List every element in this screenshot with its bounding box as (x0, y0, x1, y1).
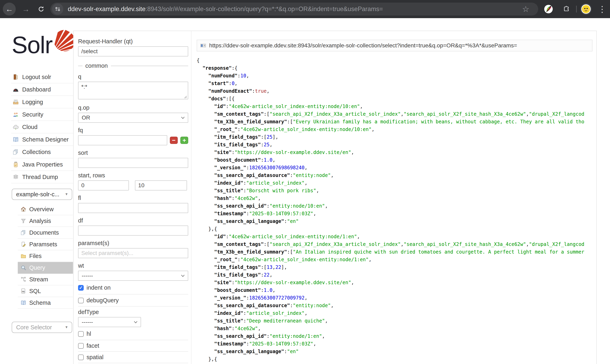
solr-admin-page: ← → ddev-solr-example.ddev.site:8943/sol… (0, 0, 610, 364)
json-line: },{ (197, 225, 591, 233)
sidebar-item-schema-designer[interactable]: Schema Designer (11, 133, 73, 146)
browser-menu-icon[interactable]: ⋮ (597, 3, 607, 15)
documents-icon (21, 230, 26, 235)
json-line: "itm_field_tags":[13,22], (197, 263, 591, 271)
json-line: "_version_":1826563007698698240, (197, 164, 591, 171)
qop-label: q.op (78, 104, 188, 111)
json-line: "its_field_tags":25, (197, 141, 591, 149)
tray-icon (13, 99, 19, 105)
qop-select[interactable]: OR (78, 113, 188, 123)
core-selector[interactable]: Core Selector ▼ (12, 322, 72, 333)
menu-item-label: Cloud (22, 124, 38, 130)
extensions-puzzle-icon[interactable] (560, 3, 572, 15)
collection-item-query[interactable]: Query (18, 262, 73, 274)
column-divider (191, 31, 191, 364)
chevron-down-icon: ▼ (65, 325, 68, 329)
json-line: "itm_field_tags":[25], (197, 133, 591, 141)
collection-item-schema[interactable]: Schema (18, 297, 73, 309)
json-line: "hash":"4ce62w", (197, 195, 591, 202)
main-menu: Logout solrDashboardLoggingSecurityCloud… (11, 71, 73, 183)
resize-handle-icon[interactable] (184, 95, 187, 99)
sidebar-item-thread-dump[interactable]: Thread Dump (11, 171, 73, 183)
collection-item-files[interactable]: Files (18, 250, 73, 262)
site-settings-icon[interactable] (52, 3, 63, 15)
sidebar-item-java-properties[interactable]: Java Properties (11, 158, 73, 171)
json-line: "id":"4ce62w-article_solr_index-entity:n… (197, 103, 591, 110)
fq-input[interactable] (78, 135, 167, 145)
deftype-select[interactable]: ------ (78, 317, 141, 327)
browser-forward-icon[interactable]: → (19, 3, 32, 15)
fl-input[interactable] (78, 203, 188, 213)
facet-label: facet (87, 342, 99, 349)
spatial-checkbox[interactable] (78, 354, 84, 360)
json-line: "ss_search_api_id":"entity:node/1:en", (197, 332, 591, 340)
facet-checkbox[interactable] (78, 343, 84, 349)
json-response: { "response":{ "numFound":10, "start":0,… (197, 57, 591, 363)
df-input[interactable] (78, 225, 188, 236)
menu-item-label: Documents (29, 229, 59, 236)
solr-logo[interactable]: Solr (12, 30, 76, 60)
json-line: "ss_search_api_language":"en" (197, 348, 591, 355)
sidebar-item-logout-solr[interactable]: Logout solr (11, 71, 73, 83)
query-results: https://ddev-solr-example.ddev.site:8943… (197, 40, 593, 363)
rows-input[interactable] (135, 180, 187, 191)
sort-input[interactable] (78, 158, 188, 168)
collection-item-documents[interactable]: Documents (18, 227, 73, 239)
json-line: "boost_document":1.0, (197, 286, 591, 294)
bookmark-star-icon[interactable]: ☆ (522, 3, 529, 15)
json-line: "tm_X3b_en_field_summary":["Every Ukrain… (197, 118, 591, 126)
request-url-bar[interactable]: https://ddev-solr-example.ddev.site:8943… (197, 40, 593, 52)
wt-select[interactable]: ------ (78, 271, 188, 281)
stack-pages-icon (13, 149, 19, 155)
sidebar-item-security[interactable]: Security (11, 108, 73, 121)
collection-item-sql[interactable]: SQLSQL (18, 286, 73, 297)
add-fq-button[interactable]: + (180, 137, 188, 144)
funnel-icon (21, 218, 26, 224)
browser-reload-icon[interactable] (35, 3, 48, 15)
toolbar-separator (576, 6, 577, 13)
paramsets-input[interactable] (78, 248, 188, 258)
start-input[interactable] (78, 180, 129, 191)
json-line: "ss_search_api_language":"en" (197, 218, 591, 225)
request-url-text: https://ddev-solr-example.ddev.site:8943… (209, 42, 517, 49)
sort-label: sort (78, 150, 188, 156)
indent-checkbox[interactable]: ✓ (78, 285, 84, 291)
collection-item-overview[interactable]: Overview (18, 204, 73, 215)
collection-item-stream[interactable]: Stream (18, 274, 73, 286)
browser-back-icon[interactable]: ← (3, 3, 16, 15)
wt-label: wt (78, 263, 188, 269)
json-line: "_root_":"4ce62w-article_solr_index-enti… (197, 256, 591, 263)
sidebar-item-cloud[interactable]: Cloud (11, 121, 73, 133)
sidebar-item-collections[interactable]: Collections (11, 146, 73, 158)
menu-item-label: Stream (29, 276, 48, 283)
json-line: "index_id":"article_solr_index", (197, 179, 591, 187)
url-text[interactable]: ddev-solr-example.ddev.site:8943/solr/#/… (68, 5, 383, 13)
chevron-down-icon (181, 117, 185, 119)
collection-selector-value: example-solr-c... (16, 191, 59, 198)
collection-item-analysis[interactable]: Analysis (18, 215, 73, 227)
json-line: "timestamp":"2025-03-14T09:57:03Z", (197, 340, 591, 348)
json-line: "numFoundExact":true, (197, 87, 591, 95)
collection-menu: OverviewAnalysisDocumentsParamsetsFilesQ… (18, 204, 73, 309)
magnifier-icon (21, 265, 26, 271)
debugquery-checkbox[interactable] (78, 298, 84, 303)
collection-selector[interactable]: example-solr-c... ▼ (12, 189, 72, 200)
remove-fq-button[interactable]: − (170, 137, 178, 144)
request-handler-input[interactable] (78, 46, 188, 56)
stream-icon (21, 276, 26, 282)
sidebar-item-dashboard[interactable]: Dashboard (11, 83, 73, 96)
json-line: "start":0, (197, 80, 591, 87)
hl-label: hl (87, 331, 91, 337)
hl-checkbox[interactable] (78, 331, 84, 337)
menu-item-label: Overview (29, 206, 54, 213)
q-input[interactable]: *:* (78, 82, 188, 99)
collection-item-paramsets[interactable]: Paramsets (18, 239, 73, 250)
json-line: "ss_search_api_datasource":"entity:node"… (197, 302, 591, 309)
home-icon (21, 206, 26, 212)
json-line: "site":"https://ddev-solr-example.ddev.s… (197, 149, 591, 156)
q-label: q (78, 74, 188, 80)
sidebar-item-logging[interactable]: Logging (11, 96, 73, 108)
address-bar[interactable]: ddev-solr-example.ddev.site:8943/solr/#/… (50, 3, 538, 15)
profile-avatar[interactable] (579, 3, 593, 15)
extension-feather-icon[interactable] (543, 3, 554, 15)
